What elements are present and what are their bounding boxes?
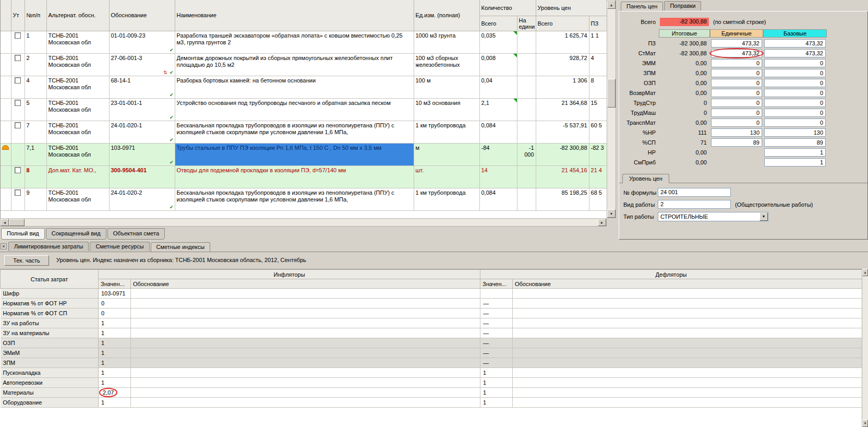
price-base-value[interactable]: 0 — [763, 59, 827, 67]
col-header-deflators[interactable]: Дефляторы — [480, 270, 862, 279]
chevron-down-icon[interactable]: ▼ — [760, 212, 768, 221]
tab-short-view[interactable]: Сокращенный вид — [46, 228, 106, 240]
price-base-value[interactable]: 0 — [763, 89, 827, 97]
price-unit-value[interactable]: 0 — [710, 59, 763, 67]
row-checkbox[interactable] — [15, 122, 21, 128]
col-header-basis[interactable]: Обоснование — [109, 0, 175, 31]
deflator-basis[interactable] — [513, 289, 862, 299]
row-name[interactable]: Разборка бортовых камней: на бетонном ос… — [175, 76, 414, 98]
deflator-basis[interactable] — [513, 338, 862, 348]
price-base-value[interactable]: 89 — [763, 138, 827, 147]
col-header-cost-article[interactable]: Статья затрат — [1, 270, 99, 289]
horizontal-scroll-thumb[interactable] — [9, 219, 25, 226]
price-base-value[interactable]: 1 — [763, 148, 827, 157]
index-row[interactable]: ЗУ на материалы1— — [1, 328, 862, 338]
deflator-value[interactable]: — — [480, 338, 513, 348]
indices-vertical-scrollbar[interactable]: ▲ ▼ — [862, 269, 868, 427]
row-checkbox[interactable] — [15, 100, 21, 106]
deflator-value[interactable]: — — [480, 318, 513, 328]
index-row[interactable]: Автоперевозки11 — [1, 378, 862, 388]
price-base-value[interactable]: 0 — [763, 99, 827, 107]
grid-vertical-scrollbar[interactable]: ▲ ▼ — [607, 0, 616, 218]
vertical-scroll-thumb[interactable] — [607, 79, 616, 108]
index-row[interactable]: Шифр103-0971 — [1, 289, 862, 299]
deflator-value[interactable]: — — [480, 299, 513, 309]
inflator-value[interactable]: 1 — [99, 318, 131, 328]
estimate-row[interactable]: 4ТСНБ-2001 Московская обл68-14-1✔Разборк… — [1, 76, 607, 98]
deflator-value[interactable]: 1 — [480, 398, 513, 408]
inflator-value[interactable]: 1 — [99, 328, 131, 338]
inflator-basis[interactable] — [131, 309, 480, 318]
deflator-basis[interactable] — [513, 309, 862, 318]
tab-full-view[interactable]: Полный вид — [1, 228, 45, 240]
inflator-value[interactable]: 0 — [99, 309, 131, 318]
price-unit-value[interactable]: 0 — [710, 79, 763, 87]
index-row[interactable]: ЭМиМ1— — [1, 348, 862, 358]
price-base-value[interactable]: 473,32 — [763, 39, 827, 48]
estimate-row[interactable]: 2ТСНБ-2001 Московская обл27-06-001-3✔⇅Де… — [1, 53, 607, 76]
price-base-value[interactable]: 130 — [763, 128, 827, 137]
estimate-row[interactable]: 9ТСНБ-2001 Московская обл24-01-020-2✔Бес… — [1, 188, 607, 210]
deflator-value[interactable]: — — [480, 328, 513, 338]
col-header-inflator-basis[interactable]: Обоснование — [131, 279, 480, 289]
price-unit-value[interactable]: 130 — [710, 128, 763, 137]
price-base-value[interactable]: 0 — [763, 79, 827, 87]
tab-price-level[interactable]: Уровень цен — [622, 174, 669, 183]
price-base-value[interactable]: 1 — [763, 158, 827, 167]
scroll-down-icon[interactable]: ▼ — [607, 209, 616, 218]
inflator-value[interactable]: 1 — [99, 378, 131, 388]
row-name[interactable]: Разработка траншей экскаватором «обратна… — [175, 31, 414, 53]
col-header-unit[interactable]: Ед.изм. (полная) — [414, 0, 479, 31]
row-checkbox[interactable] — [15, 189, 21, 196]
row-check-cell[interactable] — [11, 188, 25, 210]
inflator-value[interactable]: 1 — [99, 358, 131, 368]
inflator-value[interactable]: 1 — [99, 348, 131, 358]
row-name[interactable]: Отводы для подземной прокладки в изоляци… — [175, 165, 414, 188]
deflator-value[interactable]: 1 — [480, 388, 513, 398]
deflator-value[interactable]: — — [480, 309, 513, 318]
deflator-value[interactable]: — — [480, 348, 513, 358]
row-check-cell[interactable] — [11, 31, 25, 53]
index-row[interactable]: Норматив % от ФОТ СП0— — [1, 309, 862, 318]
grid-horizontal-scrollbar[interactable]: ◄ ► — [0, 218, 607, 227]
row-name[interactable]: Бесканальная прокладка трубопроводов в и… — [175, 188, 414, 210]
col-header-qty-total[interactable]: Всего — [479, 16, 517, 31]
index-row[interactable]: ЗПМ1— — [1, 358, 862, 368]
row-name[interactable]: Бесканальная прокладка трубопроводов в и… — [175, 121, 414, 143]
price-base-value[interactable]: 0 — [763, 109, 827, 117]
deflator-basis[interactable] — [513, 378, 862, 388]
price-unit-value[interactable]: 473,32 — [710, 49, 763, 57]
col-header-name[interactable]: Наименование — [175, 0, 414, 31]
tab-object-estimate[interactable]: Объектная смета — [107, 228, 165, 240]
index-row[interactable]: ЗУ на работы1— — [1, 318, 862, 328]
col-header-deflator-basis[interactable]: Обоснование — [513, 279, 862, 289]
deflator-basis[interactable] — [513, 358, 862, 368]
index-row[interactable]: Норматив % от ФОТ НР0— — [1, 299, 862, 309]
inflator-basis[interactable] — [131, 299, 480, 309]
estimate-row[interactable]: 8Доп.мат. Кат. МО.,300-9504-401Отводы дл… — [1, 165, 607, 188]
tab-price-panel[interactable]: Панель цен — [621, 2, 663, 11]
row-name[interactable]: Устройство основания под трубопроводы пе… — [175, 98, 414, 121]
col-header-qty-per-unit[interactable]: На едини — [517, 16, 536, 31]
inflator-basis[interactable] — [131, 328, 480, 338]
tab-estimate-resources[interactable]: Сметные ресурсы — [90, 242, 149, 251]
estimate-row[interactable]: 7ТСНБ-2001 Московская обл24-01-020-1✔Бес… — [1, 121, 607, 143]
row-name[interactable]: Трубы стальные в ППУ ПЭ изоляции Pn 1,6 … — [175, 143, 414, 165]
row-name[interactable]: Демонтаж дорожных покрытий из сборных пр… — [175, 53, 414, 76]
row-check-cell[interactable] — [11, 143, 25, 165]
deflator-value[interactable]: — — [480, 358, 513, 368]
inflator-basis[interactable] — [131, 318, 480, 328]
col-header-deflator-value[interactable]: Значен... — [480, 279, 513, 289]
deflator-value[interactable]: 1 — [480, 378, 513, 388]
inflator-value[interactable]: 1 — [99, 368, 131, 378]
inflator-basis[interactable] — [131, 348, 480, 358]
deflator-basis[interactable] — [513, 299, 862, 309]
inflator-value[interactable]: 1 — [99, 398, 131, 408]
estimate-row[interactable]: 7,1ТСНБ-2001 Московская обл103-0971✔Труб… — [1, 143, 607, 165]
inflator-basis[interactable] — [131, 289, 480, 299]
deflator-basis[interactable] — [513, 368, 862, 378]
row-check-cell[interactable] — [11, 98, 25, 121]
scroll-up-icon[interactable]: ▲ — [862, 269, 868, 276]
price-base-value[interactable]: 0 — [763, 118, 827, 127]
scroll-right-icon[interactable]: ► — [598, 219, 606, 226]
